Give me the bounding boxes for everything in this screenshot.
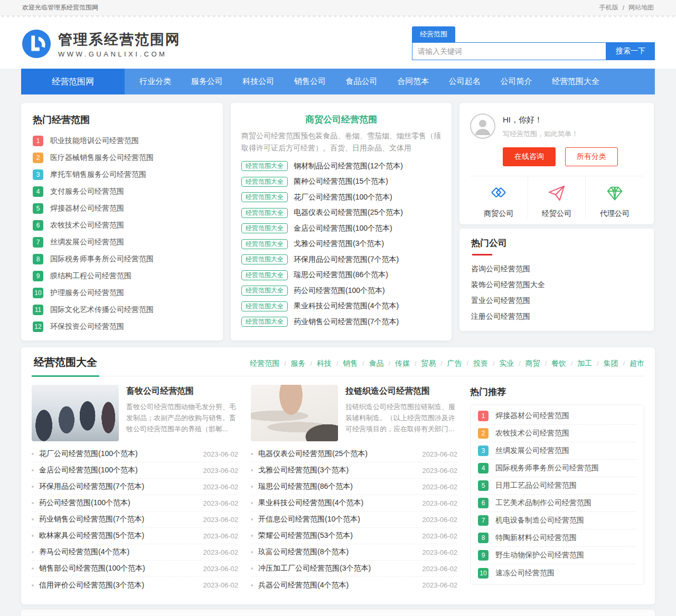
- list-item[interactable]: 经营范围大全 瑞思公司经营范围(86个范本): [241, 268, 441, 283]
- list-item[interactable]: 6 农牧技术公司经营范围: [33, 217, 211, 234]
- list-item[interactable]: 10 护理服务公司经营范围: [33, 285, 211, 301]
- list-item[interactable]: 7 丝绸发展公司经营范围: [33, 234, 211, 251]
- scope-tab[interactable]: 贸易: [410, 359, 436, 368]
- site-logo[interactable]: 管理系经营范围网 WWW.GUANLIXI.COM: [21, 29, 181, 59]
- list-item[interactable]: 养马公司经营范围(4个范本) 2023-06-02: [32, 544, 238, 561]
- scope-tab[interactable]: 集团: [592, 359, 618, 368]
- list-item[interactable]: 注册公司经营范围: [471, 308, 642, 324]
- nav-item[interactable]: 食品公司: [346, 77, 378, 87]
- category-agency-company[interactable]: 代理公司: [585, 176, 643, 219]
- list-item[interactable]: 11 国际文化艺术传播公司经营范围: [33, 301, 211, 318]
- list-item[interactable]: 置业公司经营范围: [471, 292, 642, 308]
- list-item[interactable]: 经营范围大全 电器仪表公司经营范围(25个范本): [241, 205, 441, 221]
- list-item[interactable]: 金店公司经营范围(100个范本) 2023-06-02: [32, 462, 238, 479]
- nav-item[interactable]: 服务公司: [191, 77, 223, 87]
- scope-badge[interactable]: 经营范围大全: [241, 317, 288, 327]
- list-item[interactable]: 9 膜结构工程公司经营范围: [33, 268, 211, 285]
- list-item[interactable]: 欧林家具公司经营范围(5个范本) 2023-06-02: [32, 528, 238, 544]
- nav-item[interactable]: 合同范本: [397, 77, 429, 87]
- list-item[interactable]: 1 职业技能培训公司经营范围: [33, 132, 211, 149]
- list-item[interactable]: 花厂公司经营范围(100个范本) 2023-06-02: [32, 446, 238, 462]
- list-item[interactable]: 瑞思公司经营范围(86个范本) 2023-06-02: [251, 479, 457, 495]
- sitemap-link[interactable]: 网站地图: [628, 3, 654, 12]
- scope-tab[interactable]: 食品: [358, 359, 383, 368]
- list-item[interactable]: 2 医疗器械销售服务公司经营范围: [33, 149, 211, 166]
- list-item[interactable]: 经营范围大全 菌种公司经营范围(15个范本): [241, 174, 441, 190]
- list-item[interactable]: 9 野生动物保护公司经营范围: [478, 547, 636, 564]
- scope-badge[interactable]: 经营范围大全: [241, 223, 288, 233]
- online-consult-button[interactable]: 在线咨询: [503, 147, 556, 166]
- list-item[interactable]: 兵器公司经营范围(4个范本) 2023-06-02: [251, 577, 457, 593]
- feature-article[interactable]: 畜牧公司经营范围 畜牧公司经营范围动物毛发分剪、毛发制品；农副产品的收购与销售。…: [32, 385, 238, 441]
- list-item[interactable]: 玖富公司经营范围(8个范本) 2023-06-02: [251, 544, 457, 561]
- list-item[interactable]: 果业科技公司经营范围(4个范本) 2023-06-02: [251, 495, 457, 511]
- list-item[interactable]: 2 农牧技术公司经营范围: [478, 425, 636, 442]
- mobile-version-link[interactable]: 手机版: [599, 3, 618, 12]
- list-item[interactable]: 经营范围大全 钢材制品公司经营范围(12个范本): [241, 158, 441, 174]
- list-item[interactable]: 8 国际税务师事务所公司经营范围: [33, 251, 211, 268]
- category-business-company[interactable]: 经贸公司: [528, 176, 586, 219]
- list-item[interactable]: 4 支付服务公司经营范围: [33, 183, 211, 200]
- scope-badge[interactable]: 经营范围大全: [241, 177, 288, 187]
- nav-item[interactable]: 科技公司: [242, 77, 274, 87]
- nav-item[interactable]: 行业分类: [139, 77, 171, 87]
- list-item[interactable]: 经营范围大全 药公司经营范围(100个范本): [241, 283, 441, 299]
- scope-badge[interactable]: 经营范围大全: [241, 254, 288, 264]
- scope-badge[interactable]: 经营范围大全: [241, 301, 288, 311]
- feature-title[interactable]: 畜牧公司经营范围: [126, 386, 238, 397]
- list-item[interactable]: 咨询公司经营范围: [471, 261, 642, 277]
- scope-badge[interactable]: 经营范围大全: [241, 286, 288, 296]
- nav-item[interactable]: 公司起名: [449, 77, 481, 87]
- scope-badge[interactable]: 经营范围大全: [241, 239, 288, 249]
- scope-badge[interactable]: 经营范围大全: [241, 192, 288, 202]
- nav-item[interactable]: 经营范围大全: [552, 77, 599, 87]
- list-item[interactable]: 电器仪表公司经营范围(25个范本) 2023-06-02: [251, 446, 457, 462]
- list-item[interactable]: 4 国际税务师事务所公司经营范围: [478, 460, 636, 477]
- scope-tab[interactable]: 实业: [488, 359, 514, 368]
- list-item[interactable]: 环保用品公司经营范围(7个范本) 2023-06-02: [32, 479, 238, 495]
- scope-tab[interactable]: 广告: [436, 359, 462, 368]
- scope-tab[interactable]: 销售: [332, 359, 358, 368]
- list-item[interactable]: 经营范围大全 金店公司经营范围(100个范本): [241, 221, 441, 236]
- scope-tab[interactable]: 服务: [279, 359, 305, 368]
- scope-tab[interactable]: 加工: [566, 359, 592, 368]
- list-item[interactable]: 经营范围大全 戈雅公司经营范围(3个范本): [241, 236, 441, 252]
- list-item[interactable]: 3 丝绸发展公司经营范围: [478, 442, 636, 460]
- list-item[interactable]: 10 速冻公司经营范围: [478, 564, 636, 582]
- list-item[interactable]: 经营范围大全 环保用品公司经营范围(7个范本): [241, 252, 441, 268]
- list-item[interactable]: 经营范围大全 药业销售公司经营范围(7个范本): [241, 314, 441, 330]
- scope-badge[interactable]: 经营范围大全: [241, 161, 288, 171]
- scope-tab[interactable]: 传媒: [384, 359, 410, 368]
- list-item[interactable]: 装饰公司经营范围大全: [471, 277, 642, 292]
- list-item[interactable]: 销售部公司经营范围(100个范本) 2023-06-02: [32, 561, 238, 577]
- scope-tab[interactable]: 经营范围: [250, 359, 279, 368]
- list-item[interactable]: 冲压加工厂公司经营范围(3个范本) 2023-06-02: [251, 561, 457, 577]
- list-item[interactable]: 药公司经营范围(100个范本) 2023-06-02: [32, 495, 238, 511]
- scope-tab[interactable]: 商贸: [514, 359, 540, 368]
- search-tab[interactable]: 经营范围: [412, 26, 455, 42]
- trade-panel-title[interactable]: 商贸公司经营范围: [241, 113, 441, 126]
- nav-item[interactable]: 公司简介: [500, 77, 532, 87]
- list-item[interactable]: 5 日用工艺品公司经营范围: [478, 477, 636, 495]
- all-categories-button[interactable]: 所有分类: [565, 147, 618, 166]
- list-item[interactable]: 3 摩托车销售服务公司经营范围: [33, 166, 211, 183]
- scope-tab[interactable]: 餐饮: [540, 359, 566, 368]
- list-item[interactable]: 信用评价公司经营范围(3个范本) 2023-06-02: [32, 577, 238, 593]
- nav-home[interactable]: 经营范围网: [21, 69, 125, 94]
- list-item[interactable]: 经营范围大全 花厂公司经营范围(100个范本): [241, 189, 441, 205]
- list-item[interactable]: 12 环保投资公司经营范围: [33, 318, 211, 335]
- feature-article[interactable]: 拉链织造公司经营范围 拉链织造公司经营范围拉链制造、服装辅料制造。（以上经营范围…: [251, 385, 457, 441]
- list-item[interactable]: 荣耀公司经营范围(53个范本) 2023-06-02: [251, 528, 457, 544]
- list-item[interactable]: 戈雅公司经营范围(3个范本) 2023-06-02: [251, 462, 457, 479]
- list-item[interactable]: 1 焊接器材公司经营范围: [478, 407, 636, 425]
- scope-tab[interactable]: 科技: [306, 359, 332, 368]
- list-item[interactable]: 8 特陶新材料公司经营范围: [478, 529, 636, 547]
- list-item[interactable]: 药业销售公司经营范围(7个范本) 2023-06-02: [32, 511, 238, 528]
- search-button[interactable]: 搜索一下: [606, 42, 655, 60]
- search-input[interactable]: [412, 42, 606, 60]
- scope-tab[interactable]: 超市: [618, 359, 644, 368]
- feature-title[interactable]: 拉链织造公司经营范围: [345, 386, 457, 397]
- category-trade-company[interactable]: 商贸公司: [470, 176, 528, 219]
- scope-tab[interactable]: 投资: [462, 359, 488, 368]
- list-item[interactable]: 7 机电设备制造公司经营范围: [478, 512, 636, 529]
